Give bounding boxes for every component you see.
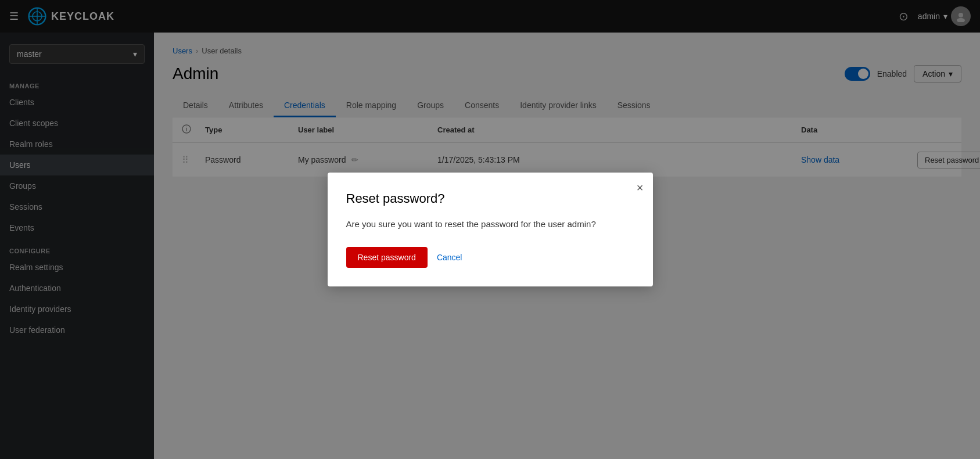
- modal-title: Reset password?: [346, 191, 634, 206]
- modal-actions: Reset password Cancel: [346, 247, 634, 268]
- modal-body: Are you sure you want to reset the passw…: [346, 218, 634, 231]
- modal-overlay[interactable]: × Reset password? Are you sure you want …: [0, 0, 980, 459]
- modal-confirm-button[interactable]: Reset password: [346, 247, 428, 268]
- modal-cancel-button[interactable]: Cancel: [437, 247, 462, 268]
- modal-close-button[interactable]: ×: [637, 182, 644, 193]
- reset-password-modal: × Reset password? Are you sure you want …: [328, 173, 653, 287]
